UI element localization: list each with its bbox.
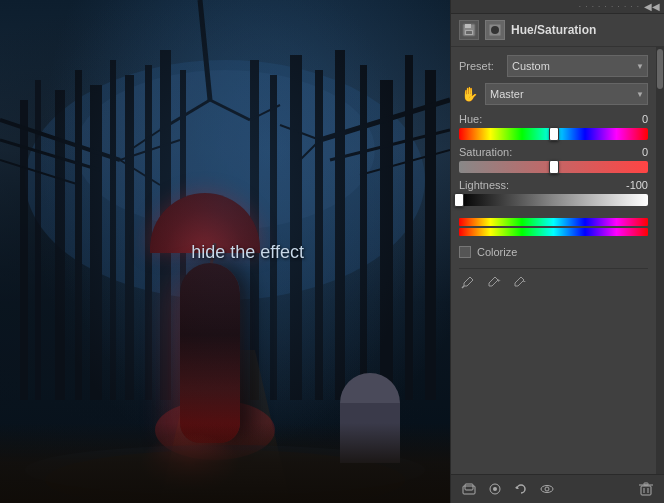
toggle-visibility-icon[interactable] [537,479,557,499]
panel-drag-bar[interactable]: · · · · · · · · · · ◀◀ [451,0,664,14]
panel-collapse-button[interactable]: ◀◀ [644,1,660,12]
channel-row: ✋ Master Reds Yellows Greens Cyans Blues… [459,83,648,105]
gravestone-top [340,373,400,403]
preset-select-wrapper[interactable]: Custom Default Cyanotype Increase Satura… [507,55,648,77]
lightness-value: -100 [618,179,648,191]
preset-select[interactable]: Custom Default Cyanotype Increase Satura… [507,55,648,77]
panel-content: Preset: Custom Default Cyanotype Increas… [451,47,656,474]
spectrum-bar-bottom [459,228,648,236]
colorize-checkbox[interactable] [459,246,471,258]
lightness-slider-thumb[interactable] [454,193,464,207]
lightness-slider-header: Lightness: -100 [459,179,648,191]
spectrum-bars [459,216,648,236]
saturation-label: Saturation: [459,146,512,158]
preset-row: Preset: Custom Default Cyanotype Increas… [459,55,648,77]
svg-rect-43 [466,31,472,34]
panel-header: Hue/Saturation [451,14,664,47]
hue-slider-track[interactable] [459,128,648,140]
delete-adjustment-icon[interactable] [636,479,656,499]
svg-point-55 [545,487,549,491]
view-previous-icon[interactable] [485,479,505,499]
properties-panel: · · · · · · · · · · ◀◀ Hue/Saturation [450,0,664,503]
hue-slider-row: Hue: 0 [459,113,648,140]
panel-content-row: Preset: Custom Default Cyanotype Increas… [451,47,664,474]
svg-rect-41 [465,24,471,28]
svg-rect-58 [644,483,648,485]
dropper-minus-tool-icon[interactable]: - [511,273,529,291]
saturation-value: 0 [618,146,648,158]
scroll-thumb[interactable] [657,49,663,89]
svg-text:-: - [523,276,526,285]
saturation-slider-track[interactable] [459,161,648,173]
dropper-tool-icon[interactable] [459,273,477,291]
drag-dots: · · · · · · · · · · [579,2,640,11]
spectrum-bar-top [459,218,648,226]
channel-select[interactable]: Master Reds Yellows Greens Cyans Blues M… [485,83,648,105]
colorize-row: Colorize [459,246,648,258]
scroll-bar[interactable] [656,47,664,474]
layer-mask-icon[interactable] [485,20,505,40]
svg-line-46 [462,286,464,288]
image-area: hide the effect [0,0,450,503]
saturation-slider-thumb[interactable] [549,160,559,174]
hue-slider-thumb[interactable] [549,127,559,141]
hue-value: 0 [618,113,648,125]
svg-text:+: + [497,277,501,283]
lightness-slider-row: Lightness: -100 [459,179,648,206]
bottom-spectrum-bar-row [459,228,648,236]
preset-label: Preset: [459,60,501,72]
main-container: hide the effect · · · · · · · · · · ◀◀ [0,0,664,503]
umbrella [150,193,260,253]
reset-adjustments-icon[interactable] [511,479,531,499]
saturation-slider-row: Saturation: 0 [459,146,648,173]
panel-bottom-toolbar [451,474,664,503]
lightness-label: Lightness: [459,179,509,191]
figure-body [180,263,240,443]
saturation-slider-header: Saturation: 0 [459,146,648,158]
colorize-label: Colorize [477,246,517,258]
svg-point-45 [491,26,499,34]
paint-tools-row: + - [459,268,648,295]
adjustment-floppy-icon[interactable] [459,20,479,40]
hue-label: Hue: [459,113,482,125]
hue-slider-header: Hue: 0 [459,113,648,125]
top-spectrum-bar-row [459,218,648,226]
channel-select-wrapper[interactable]: Master Reds Yellows Greens Cyans Blues M… [485,83,648,105]
clip-to-layer-icon[interactable] [459,479,479,499]
svg-point-52 [493,487,497,491]
svg-rect-56 [641,486,651,495]
dropper-plus-tool-icon[interactable]: + [485,273,503,291]
hand-tool-icon[interactable]: ✋ [459,84,479,104]
panel-title: Hue/Saturation [511,23,656,37]
ground [0,423,450,503]
lightness-slider-track[interactable] [459,194,648,206]
svg-rect-50 [465,484,473,490]
